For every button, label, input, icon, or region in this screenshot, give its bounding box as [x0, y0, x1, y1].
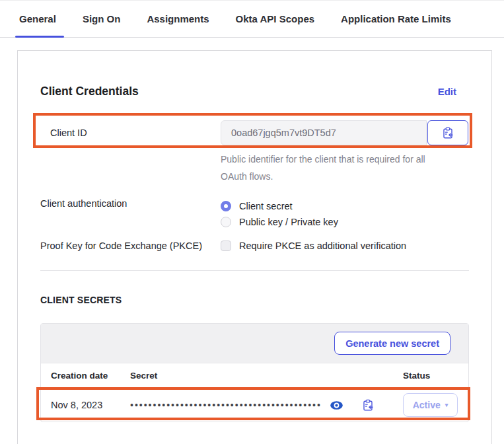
- eye-icon: [330, 400, 343, 410]
- table-header-row: Creation date Secret Status: [41, 363, 468, 388]
- reveal-secret-button[interactable]: [330, 400, 343, 410]
- secret-cell: ••••••••••••••••••••••••••••••••••••••••…: [130, 399, 403, 412]
- client-credentials-header: Client Credentials Edit: [40, 51, 469, 98]
- client-authentication-options: Client secret Public key / Private key: [221, 198, 338, 230]
- creation-date-cell: Nov 8, 2023: [51, 400, 130, 410]
- client-credentials-card: Client Credentials Edit Client ID 0oad67…: [17, 50, 492, 444]
- generate-new-secret-button[interactable]: Generate new secret: [334, 332, 450, 355]
- client-id-label: Client ID: [40, 128, 221, 138]
- client-id-help-text: Public identifier for the client that is…: [221, 151, 445, 185]
- client-authentication-label: Client authentication: [40, 198, 221, 230]
- copy-secret-button[interactable]: [362, 399, 374, 412]
- chevron-down-icon: ▾: [445, 402, 449, 408]
- client-secrets-toolbar: Generate new secret: [41, 324, 468, 363]
- tab-assignments[interactable]: Assignments: [145, 1, 210, 37]
- radio-unselected-icon: [221, 217, 231, 227]
- tab-sign-on[interactable]: Sign On: [81, 1, 122, 37]
- okta-app-settings-page: General Sign On Assignments Okta API Sco…: [0, 0, 504, 444]
- status-dropdown-button[interactable]: Active ▾: [403, 393, 458, 417]
- section-divider: [40, 270, 469, 271]
- status-label: Active: [413, 400, 441, 410]
- tab-application-rate-limits[interactable]: Application Rate Limits: [340, 1, 452, 37]
- header-creation-date: Creation date: [51, 371, 130, 381]
- pkce-label: Proof Key for Code Exchange (PKCE): [40, 240, 221, 251]
- pkce-row: Proof Key for Code Exchange (PKCE) Requi…: [40, 240, 469, 251]
- header-status: Status: [403, 371, 470, 381]
- checkbox-unchecked-icon: [221, 240, 231, 251]
- tab-general[interactable]: General: [18, 1, 57, 37]
- radio-client-secret[interactable]: Client secret: [221, 198, 338, 214]
- client-id-help-row: Public identifier for the client that is…: [40, 145, 469, 185]
- edit-link[interactable]: Edit: [438, 86, 456, 97]
- client-id-group: 0oad67jgq5m7vt9DT5d7: [221, 120, 468, 145]
- client-secrets-table: Generate new secret Creation date Secret…: [40, 323, 469, 422]
- client-authentication-row: Client authentication Client secret Publ…: [40, 198, 469, 230]
- table-row: Nov 8, 2023 ••••••••••••••••••••••••••••…: [41, 388, 468, 422]
- status-cell: Active ▾: [403, 393, 470, 417]
- client-id-row: Client ID 0oad67jgq5m7vt9DT5d7: [40, 120, 469, 145]
- clipboard-copy-icon: [362, 399, 374, 412]
- masked-secret-value: ••••••••••••••••••••••••••••••••••••••••…: [130, 400, 322, 410]
- pkce-checkbox-label: Require PKCE as additional verification: [239, 240, 406, 251]
- section-title: Client Credentials: [40, 85, 139, 98]
- copy-client-id-button[interactable]: [427, 120, 468, 145]
- tab-okta-api-scopes[interactable]: Okta API Scopes: [234, 1, 316, 37]
- radio-public-private-key[interactable]: Public key / Private key: [221, 214, 338, 230]
- client-id-input[interactable]: 0oad67jgq5m7vt9DT5d7: [221, 120, 427, 145]
- radio-selected-icon: [221, 201, 231, 211]
- clipboard-copy-icon: [442, 127, 454, 139]
- pkce-checkbox-option[interactable]: Require PKCE as additional verification: [221, 240, 406, 251]
- radio-client-secret-label: Client secret: [239, 201, 293, 211]
- radio-public-private-key-label: Public key / Private key: [239, 217, 338, 227]
- client-secrets-title: CLIENT SECRETS: [40, 295, 469, 305]
- header-secret: Secret: [130, 371, 403, 381]
- app-tab-bar: General Sign On Assignments Okta API Sco…: [0, 1, 504, 38]
